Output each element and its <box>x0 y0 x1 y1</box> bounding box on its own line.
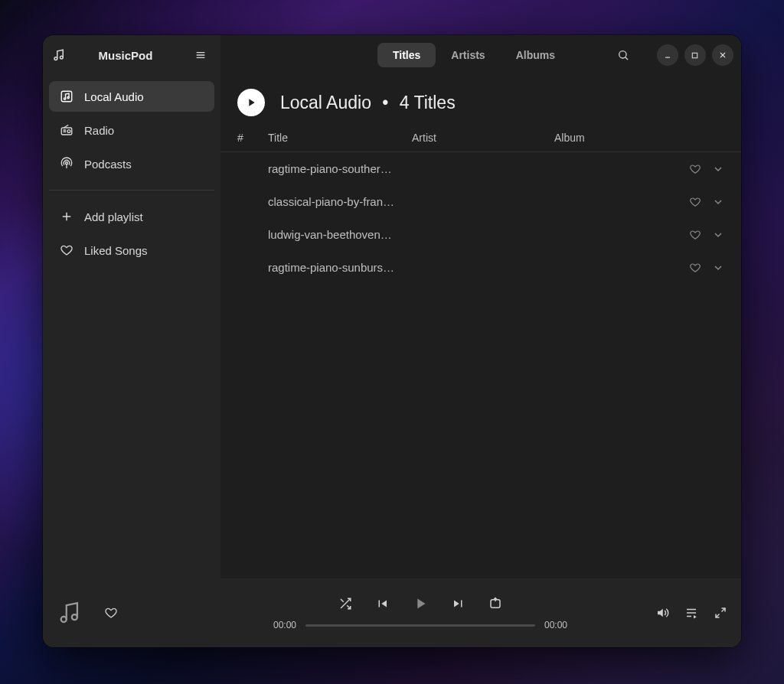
next-button[interactable] <box>452 597 466 611</box>
radio-icon <box>60 123 74 137</box>
page-title: Local Audio • 4 Titles <box>280 93 456 113</box>
track-list: ragtime-piano-souther… classical-piano-b… <box>220 152 741 578</box>
queue-button[interactable] <box>684 606 698 620</box>
heart-icon[interactable] <box>689 163 701 175</box>
window-minimize-button[interactable] <box>657 44 678 66</box>
tab-albums[interactable]: Albums <box>501 43 570 67</box>
play-all-button[interactable] <box>237 89 265 116</box>
track-row[interactable]: ragtime-piano-souther… <box>220 152 741 185</box>
svg-point-13 <box>66 162 68 164</box>
tab-titles[interactable]: Titles <box>377 43 436 67</box>
window-close-button[interactable] <box>712 44 733 66</box>
sidebar-item-label: Podcasts <box>84 158 132 171</box>
now-playing-art-placeholder <box>57 600 83 626</box>
tab-artists[interactable]: Artists <box>436 43 500 67</box>
svg-point-22 <box>61 617 67 622</box>
page-title-row: Local Audio • 4 Titles <box>220 75 741 127</box>
time-total: 00:00 <box>544 620 567 630</box>
svg-point-1 <box>60 56 64 59</box>
volume-button[interactable] <box>655 606 669 620</box>
track-title: ragtime-piano-souther… <box>237 162 412 175</box>
heart-icon <box>60 243 74 257</box>
sidebar-item-radio[interactable]: Radio <box>49 115 214 145</box>
like-button[interactable] <box>104 606 118 620</box>
search-button[interactable] <box>612 44 634 66</box>
repeat-button[interactable] <box>488 597 502 611</box>
heart-icon[interactable] <box>689 229 701 241</box>
svg-point-0 <box>54 57 57 60</box>
svg-point-9 <box>67 130 70 133</box>
sidebar-item-label: Liked Songs <box>84 244 148 257</box>
music-note-icon <box>52 48 66 62</box>
heart-icon[interactable] <box>689 262 701 274</box>
sidebar-separator <box>49 190 214 191</box>
chevron-down-icon[interactable] <box>712 163 724 175</box>
column-number[interactable]: # <box>237 132 268 144</box>
chevron-down-icon[interactable] <box>712 229 724 241</box>
view-tabs: Titles Artists Albums <box>377 43 570 67</box>
svg-line-17 <box>626 57 628 60</box>
main-header: Titles Artists Albums <box>220 35 741 75</box>
svg-point-7 <box>67 96 69 98</box>
column-artist[interactable]: Artist <box>412 132 554 144</box>
progress-bar[interactable] <box>305 624 535 627</box>
sidebar: MusicPod Local Audio <box>43 35 220 578</box>
app-title: MusicPod <box>74 49 182 62</box>
track-title: classical-piano-by-fran… <box>237 195 412 208</box>
svg-point-16 <box>619 51 626 58</box>
svg-point-6 <box>64 98 65 99</box>
chevron-down-icon[interactable] <box>712 196 724 208</box>
previous-button[interactable] <box>375 597 389 611</box>
sidebar-item-podcasts[interactable]: Podcasts <box>49 148 214 179</box>
podcast-icon <box>60 157 74 171</box>
menu-button[interactable] <box>190 44 211 66</box>
track-title: ragtime-piano-sunburs… <box>237 261 412 274</box>
sidebar-item-local-audio[interactable]: Local Audio <box>49 81 214 112</box>
plus-icon <box>60 210 74 223</box>
column-album[interactable]: Album <box>554 132 724 144</box>
window-maximize-button[interactable] <box>684 44 706 66</box>
sidebar-item-add-playlist[interactable]: Add playlist <box>49 201 214 232</box>
track-title: ludwig-van-beethoven… <box>237 228 412 241</box>
track-row[interactable]: classical-piano-by-fran… <box>220 185 741 218</box>
sidebar-item-liked-songs[interactable]: Liked Songs <box>49 235 214 265</box>
square-music-icon <box>60 90 74 103</box>
column-headers: # Title Artist Album <box>220 127 741 152</box>
app-window: MusicPod Local Audio <box>43 35 741 647</box>
sidebar-nav: Local Audio Radio <box>43 75 220 272</box>
fullscreen-button[interactable] <box>714 606 727 620</box>
sidebar-item-label: Add playlist <box>84 210 143 223</box>
chevron-down-icon[interactable] <box>712 262 724 274</box>
svg-rect-19 <box>693 53 697 57</box>
sidebar-header: MusicPod <box>43 35 220 75</box>
svg-rect-5 <box>61 91 72 102</box>
track-row[interactable]: ragtime-piano-sunburs… <box>220 251 741 284</box>
sidebar-item-label: Local Audio <box>84 90 144 103</box>
sidebar-item-label: Radio <box>84 124 114 137</box>
player-bar: 00:00 00:00 <box>43 578 741 647</box>
play-button[interactable] <box>412 595 429 612</box>
heart-icon[interactable] <box>689 196 701 208</box>
time-elapsed: 00:00 <box>273 620 296 630</box>
svg-point-23 <box>72 614 77 620</box>
main-area: Titles Artists Albums <box>220 35 741 578</box>
track-row[interactable]: ludwig-van-beethoven… <box>220 218 741 251</box>
shuffle-button[interactable] <box>338 597 352 611</box>
column-title[interactable]: Title <box>268 132 412 144</box>
